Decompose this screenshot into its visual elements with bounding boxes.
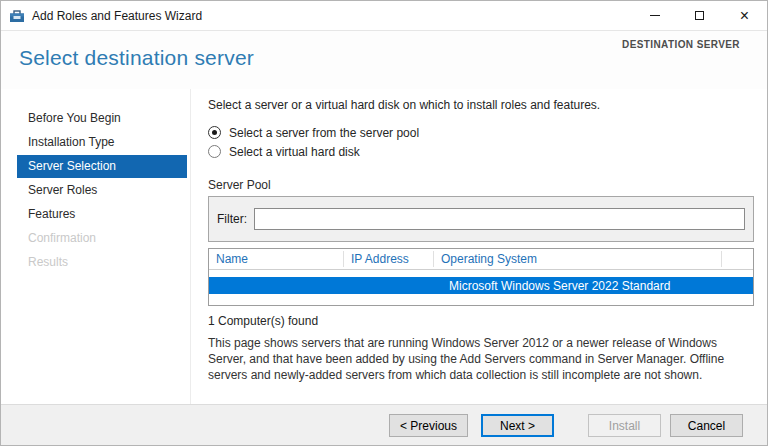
radio-selected-icon[interactable] (208, 126, 221, 139)
sidebar-item-confirmation: Confirmation (17, 227, 187, 250)
destination-server-label: DESTINATION SERVER (622, 39, 740, 50)
page-content: Select a server or a virtual hard disk o… (191, 89, 767, 406)
sidebar-item-before-you-begin[interactable]: Before You Begin (17, 107, 187, 130)
radio-option-label: Select a virtual hard disk (229, 145, 360, 159)
cell-operating-system: Microsoft Windows Server 2022 Standard (434, 279, 670, 293)
sidebar-item-results: Results (17, 251, 187, 274)
window-controls: × (632, 1, 767, 31)
page-title: Select destination server (1, 31, 767, 70)
wizard-header: Select destination server DESTINATION SE… (1, 31, 767, 89)
instruction-text: Select a server or a virtual hard disk o… (208, 98, 754, 112)
radio-option-label: Select a server from the server pool (229, 126, 419, 140)
maximize-button[interactable] (677, 1, 722, 31)
sidebar-item-server-selection[interactable]: Server Selection (17, 155, 187, 178)
next-button[interactable]: Next > (481, 414, 554, 437)
server-pool-row[interactable]: Microsoft Windows Server 2022 Standard (209, 277, 753, 294)
server-source-radio-group: Select a server from the server poolSele… (208, 123, 754, 161)
sidebar-item-installation-type[interactable]: Installation Type (17, 131, 187, 154)
filter-label: Filter: (217, 212, 247, 226)
column-header-operating-system[interactable]: Operating System (434, 251, 722, 267)
close-button[interactable]: × (722, 1, 767, 31)
column-header-ip-address[interactable]: IP Address (344, 251, 434, 267)
server-pool-filter-box: Filter: (208, 196, 754, 242)
maximize-icon (695, 11, 704, 20)
close-icon: × (740, 8, 749, 24)
wizard-body: Before You BeginInstallation TypeServer … (1, 89, 767, 406)
cancel-button[interactable]: Cancel (670, 414, 743, 437)
app-icon (9, 8, 25, 24)
footer-buttons: < PreviousNext >InstallCancel (380, 414, 743, 437)
filter-input[interactable] (254, 208, 745, 230)
page-description: This page shows servers that are running… (208, 335, 754, 383)
radio-option-select-a-server-from-the-server-pool[interactable]: Select a server from the server pool (208, 123, 754, 142)
server-pool-table: NameIP AddressOperating System Microsoft… (208, 248, 754, 306)
computers-found-text: 1 Computer(s) found (208, 314, 754, 328)
minimize-button[interactable] (632, 1, 677, 31)
window-title: Add Roles and Features Wizard (32, 9, 202, 23)
wizard-steps-sidebar: Before You BeginInstallation TypeServer … (1, 89, 191, 406)
minimize-icon (650, 15, 660, 16)
sidebar-item-features[interactable]: Features (17, 203, 187, 226)
sidebar-item-server-roles[interactable]: Server Roles (17, 179, 187, 202)
wizard-window: Add Roles and Features Wizard × Select d… (0, 0, 768, 446)
table-body: Microsoft Windows Server 2022 Standard (209, 270, 753, 294)
radio-unselected-icon[interactable] (208, 145, 221, 158)
title-bar: Add Roles and Features Wizard × (1, 1, 767, 31)
radio-option-select-a-virtual-hard-disk[interactable]: Select a virtual hard disk (208, 142, 754, 161)
column-header-filler (722, 251, 753, 267)
column-header-name[interactable]: Name (209, 251, 344, 267)
server-pool-label: Server Pool (208, 178, 754, 192)
previous-button[interactable]: < Previous (389, 414, 468, 437)
install-button: Install (588, 414, 661, 437)
wizard-footer: < PreviousNext >InstallCancel (1, 404, 767, 445)
table-header-row: NameIP AddressOperating System (209, 249, 753, 270)
